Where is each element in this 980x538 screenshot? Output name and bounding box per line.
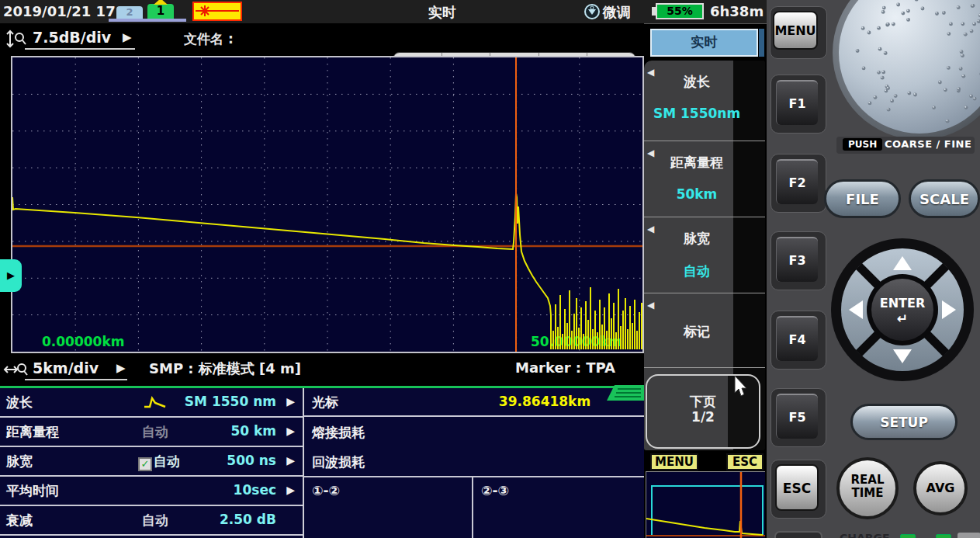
- cell-divider: [472, 477, 473, 538]
- db-per-div-underline: [25, 48, 135, 50]
- push-chip: PUSH: [843, 138, 882, 151]
- clipped-bottom-key: [774, 531, 822, 538]
- file-key[interactable]: FILE: [824, 179, 901, 218]
- table-row: ①-② ②-③: [304, 477, 644, 538]
- mouse-cursor: [734, 376, 750, 397]
- enter-label: ENTER: [880, 296, 925, 311]
- softmenu-item-3[interactable]: ◀脉宽自动: [644, 217, 765, 293]
- horizontal-scale-zoom-icon: [3, 361, 28, 378]
- status-bar: 2019/01/21 17:00 2 1 实时 微调 55% 6h38m: [0, 0, 767, 24]
- charge-label: CHARGE: [840, 532, 890, 538]
- sampling-mode: SMP : 标准模式 [4 m]: [149, 359, 301, 378]
- hardware-bezel: MENU F1 F2 F3 F4 F5 ESC PUSH COARSE / FI…: [767, 0, 980, 538]
- trace-tab-2: 2: [116, 6, 143, 19]
- param-value: 2.50 dB: [220, 512, 276, 527]
- f1-key[interactable]: F1: [776, 80, 818, 125]
- scale-key[interactable]: SCALE: [909, 179, 980, 218]
- softmenu-item-label: 波长: [644, 73, 750, 91]
- param-row-1[interactable]: 波长SM 1550 nm▶: [0, 388, 303, 418]
- realtime-key[interactable]: REAL TIME: [836, 457, 899, 519]
- param-label: 平均时间: [6, 482, 59, 500]
- marker-table: 光标 39.86418km 熔接损耗 回波损耗 ①-② ②-③: [304, 388, 644, 538]
- param-arrow: ▶: [286, 395, 295, 408]
- segment-1-2-label: ①-②: [312, 483, 340, 498]
- overview-minimap: [646, 471, 765, 538]
- onscreen-menu-label[interactable]: MENU: [650, 453, 698, 470]
- otdr-trace-chart[interactable]: 0.00000km50.00000km: [11, 56, 644, 353]
- fine-tune-label: 微调: [603, 3, 631, 22]
- segment-2-3-label: ②-③: [481, 483, 509, 498]
- param-row-3[interactable]: 脉宽✓自动500 ns▶: [0, 447, 303, 477]
- parameters-table: 波长SM 1550 nm▶距离量程自动50 km▶脉宽✓自动500 ns▶平均时…: [0, 388, 304, 538]
- avg-key[interactable]: AVG: [913, 461, 968, 515]
- trace-tab-base: [109, 19, 186, 22]
- knob-dimples: [839, 0, 980, 134]
- mode-indicator: 实时: [419, 3, 466, 22]
- softmenu-item-value: SM 1550nm: [644, 106, 750, 121]
- param-arrow: ▶: [286, 454, 295, 467]
- softmenu-item-4[interactable]: ◀标记: [644, 293, 765, 368]
- f3-key[interactable]: F3: [776, 237, 818, 282]
- battery-indicator: 55%: [656, 3, 704, 19]
- toolbar: 7.5dB/div ▶ 文件名 : ①②Y2③Ø: [0, 23, 644, 56]
- pulse-waveform-icon: [144, 396, 167, 409]
- softmenu-header-realtime[interactable]: 实时: [650, 29, 758, 57]
- param-label: 波长: [6, 394, 33, 411]
- softmenu-item-arrow-icon: ◀: [647, 300, 654, 311]
- fine-tune-knob-icon: [583, 3, 601, 20]
- softmenu-item-label: 脉宽: [644, 230, 750, 248]
- charge-led-1: [900, 534, 916, 538]
- f2-key[interactable]: F2: [776, 159, 818, 204]
- realtime-line1: REAL: [840, 474, 895, 487]
- softmenu-item-1[interactable]: ◀波长SM 1550nm: [644, 61, 765, 141]
- softmenu-item-value: 50km: [644, 186, 750, 202]
- db-per-div-value[interactable]: 7.5dB/div: [33, 29, 111, 46]
- coarse-fine-text: COARSE / FINE: [885, 138, 971, 150]
- param-label: 脉宽: [6, 453, 33, 470]
- vertical-scale-zoom-icon: [4, 30, 27, 48]
- push-coarse-fine-label: PUSH COARSE / FINE: [836, 137, 975, 154]
- f4-key[interactable]: F4: [776, 316, 818, 361]
- filename-label: 文件名 :: [184, 30, 234, 48]
- clipped-chip: [957, 533, 980, 538]
- laser-on-warning-icon: [192, 2, 242, 21]
- param-mid-auto: 自动: [142, 423, 168, 441]
- param-value: 50 km: [230, 423, 276, 439]
- splice-loss-label: 熔接损耗: [312, 424, 365, 442]
- info-row: 5km/div ▶ SMP : 标准模式 [4 m] Marker : TPA: [0, 353, 644, 386]
- next-page-line2: 1/2: [647, 409, 759, 425]
- esc-key[interactable]: ESC: [775, 464, 819, 511]
- param-value: 10sec: [234, 482, 276, 498]
- param-row-2[interactable]: 距离量程自动50 km▶: [0, 418, 303, 447]
- left-panel-pull-tab[interactable]: ▶: [0, 259, 22, 292]
- f5-key[interactable]: F5: [776, 394, 818, 439]
- softmenu-item-label: 标记: [644, 323, 750, 341]
- realtime-line2: TIME: [840, 487, 895, 500]
- softmenu-item-label: 距离量程: [644, 154, 750, 172]
- param-row-4[interactable]: 平均时间10sec▶: [0, 477, 303, 506]
- db-per-div-arrow[interactable]: ▶: [123, 30, 132, 44]
- param-arrow: ▶: [286, 425, 295, 437]
- param-row-5[interactable]: 衰减自动2.50 dB: [0, 506, 303, 536]
- param-mid-auto: 自动: [142, 512, 168, 529]
- param-mid-auto-checked[interactable]: ✓自动: [138, 453, 180, 471]
- table-row: 熔接损耗 回波损耗: [304, 417, 644, 477]
- trace-tab-1-active: 1: [147, 4, 174, 19]
- charge-led-2: [936, 534, 951, 538]
- param-label: 距离量程: [6, 423, 59, 441]
- km-per-div-underline: [25, 379, 127, 380]
- softmenu-item-2[interactable]: ◀距离量程50km: [644, 141, 765, 217]
- param-value: 500 ns: [227, 453, 276, 468]
- battery-time-remaining: 6h38m: [710, 3, 764, 19]
- dpad[interactable]: ENTER ↵: [831, 238, 974, 382]
- chart-start-distance: 0.00000km: [42, 334, 124, 349]
- lcd-screen: 2019/01/21 17:00 2 1 实时 微调 55% 6h38m: [0, 0, 767, 538]
- param-value: SM 1550 nm: [185, 394, 276, 409]
- onscreen-esc-label[interactable]: ESC: [726, 453, 764, 470]
- km-per-div-arrow[interactable]: ▶: [116, 361, 126, 375]
- km-per-div-value[interactable]: 5km/div: [33, 359, 99, 377]
- setup-key[interactable]: SETUP: [850, 404, 957, 440]
- checkbox-checked-icon: ✓: [138, 457, 152, 471]
- menu-key[interactable]: MENU: [773, 11, 818, 50]
- panel-grip-icon[interactable]: [607, 385, 644, 401]
